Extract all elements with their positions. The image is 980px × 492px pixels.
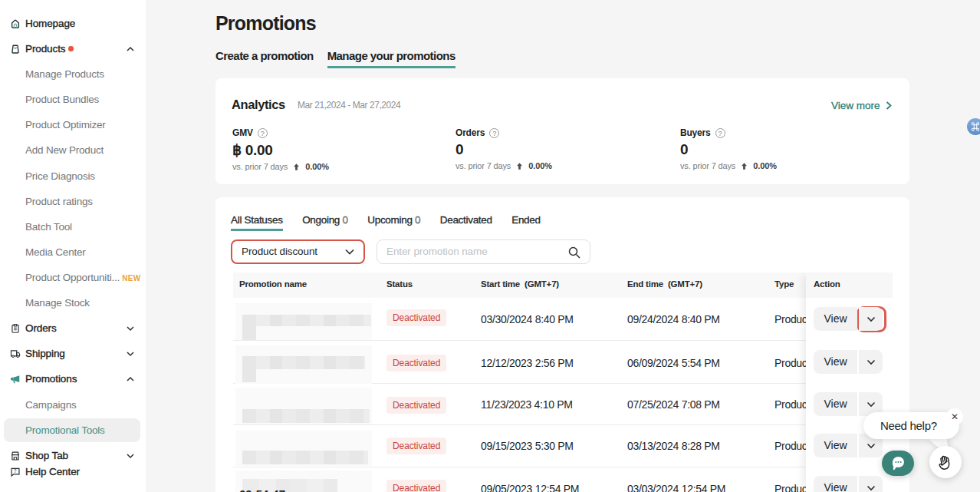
svg-text:?: ? — [14, 468, 17, 474]
